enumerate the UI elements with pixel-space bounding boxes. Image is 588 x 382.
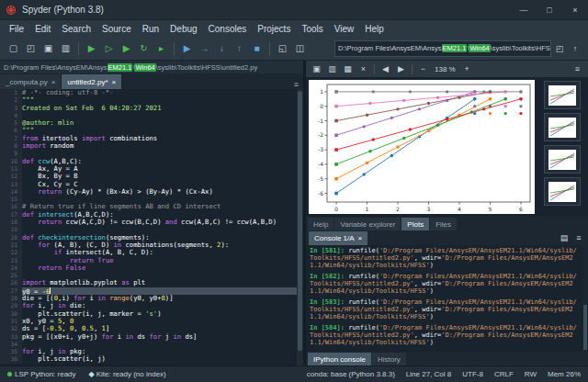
code-line-text: return False: [22, 264, 303, 272]
tab-plots[interactable]: Plots: [401, 218, 429, 230]
lsp-status-icon: [7, 372, 12, 376]
close-button[interactable]: ×: [562, 0, 588, 19]
menu-item-consoles[interactable]: Consoles: [203, 24, 253, 34]
plots-toolbar: ▣▥▦×◀▶− 138 % + ≡: [306, 61, 588, 77]
previous-plot-icon[interactable]: ◀: [379, 64, 392, 73]
code-line: 3Created on Sat Feb 6 04:20:27 2021: [0, 105, 303, 112]
editor-tab-label: untitled2.py*: [67, 78, 107, 86]
menu-item-projects[interactable]: Projects: [252, 24, 296, 34]
menu-item-source[interactable]: Source: [96, 24, 137, 34]
plots-menu-icon[interactable]: ≡: [571, 64, 584, 73]
console-output[interactable]: In [581]: runfile('D:/Program Files/Ansy…: [306, 245, 588, 352]
code-line-text: pkg = [(x0+i, y0+j) for i in ds for j in…: [22, 333, 303, 341]
editor-scrollbar[interactable]: [297, 89, 303, 365]
console-menu-icon[interactable]: ≡: [572, 233, 585, 242]
code-editor[interactable]: 1# -*- coding: utf-8 -*-2"""3Created on …: [0, 89, 303, 365]
menu-item-file[interactable]: File: [4, 24, 29, 34]
toolbar-separator: [269, 42, 270, 55]
plot-thumbnail[interactable]: [544, 81, 581, 109]
plot-thumbnail[interactable]: [544, 145, 581, 174]
line-number: 24: [0, 264, 22, 272]
plot-thumbnail[interactable]: [544, 177, 581, 206]
run-file-icon[interactable]: ▶: [84, 40, 99, 56]
parent-directory-icon[interactable]: ↑: [568, 44, 582, 53]
step-into-icon[interactable]: ↓: [214, 40, 230, 56]
plot-figure: 012345610-1-2-3-4-5-6: [309, 80, 535, 214]
line-number: 7: [0, 135, 22, 142]
run-cell-advance-icon[interactable]: ▶: [119, 40, 134, 56]
menu-item-view[interactable]: View: [329, 24, 360, 34]
run-cell-icon[interactable]: ▷: [101, 40, 117, 56]
console-prompt: In [584]:: [310, 324, 348, 331]
close-tab-icon[interactable]: ×: [112, 78, 117, 86]
menu-item-tools[interactable]: Tools: [296, 24, 328, 34]
remove-plot-icon[interactable]: ×: [356, 64, 370, 73]
tab-ipython-console[interactable]: IPython console: [308, 353, 371, 365]
step-return-icon[interactable]: ↑: [232, 40, 247, 56]
editor-tab-untitled2py[interactable]: untitled2.py*×: [62, 74, 122, 89]
toolbar: ▢◰▣▥▶▷▶↻▸▶→↓↑■◱◫ D:\Program Files\AnsysE…: [0, 37, 588, 61]
close-console-icon[interactable]: ×: [358, 234, 363, 242]
main-area: D:\Program Files\AnsysEM\AnsysEM21.1\Win…: [0, 61, 588, 365]
kite-status: ◆Kite: ready (no index): [89, 370, 166, 378]
save-icon[interactable]: ▣: [40, 40, 56, 56]
debug-file-icon[interactable]: ▶: [179, 40, 195, 56]
minimize-button[interactable]: —: [511, 0, 537, 19]
line-number: 9: [0, 150, 22, 157]
maximize-pane-icon[interactable]: ◱: [275, 40, 290, 56]
code-line-text: @author: mlin: [22, 119, 303, 127]
scrollbar-thumb[interactable]: [583, 305, 587, 350]
window-controls: — □ ×: [511, 0, 588, 19]
line-number: 1: [0, 89, 22, 96]
next-plot-icon[interactable]: ▶: [394, 64, 408, 73]
step-over-icon[interactable]: →: [197, 40, 212, 56]
stop-debug-icon[interactable]: ■: [249, 40, 265, 56]
console-tab[interactable]: Console 1/A ×: [309, 231, 368, 245]
save-all-icon[interactable]: ▥: [58, 40, 74, 56]
layout-icon[interactable]: ◫: [292, 40, 308, 56]
zoom-in-icon[interactable]: +: [460, 64, 474, 73]
code-line: 33pkg = [(x0+i, y0+j) for i in ds for j …: [0, 333, 303, 341]
working-directory-combobox[interactable]: D:\Program Files\AnsysEM\AnsysEM21.1\Win…: [334, 40, 551, 57]
line-number: 13: [0, 181, 22, 188]
menu-item-run[interactable]: Run: [137, 24, 164, 34]
line-number: 17: [0, 211, 22, 219]
console-scrollbar[interactable]: [582, 245, 588, 352]
open-file-icon[interactable]: ◰: [23, 40, 39, 56]
line-number: 14: [0, 188, 22, 196]
svg-text:-4: -4: [318, 161, 323, 167]
copy-plot-icon[interactable]: ▦: [341, 64, 355, 73]
menu-item-help[interactable]: Help: [359, 24, 390, 34]
maximize-button[interactable]: □: [537, 0, 562, 19]
line-number: 25: [0, 272, 22, 279]
path-segment-highlighted: Win64: [134, 63, 155, 72]
zoom-out-icon[interactable]: −: [416, 64, 430, 73]
tab-options-icon[interactable]: ≡: [289, 80, 303, 89]
save-all-plots-icon[interactable]: ▥: [325, 64, 339, 73]
console-input-block: In [581]: runfile('D:/Program Files/Ansy…: [310, 247, 579, 269]
tab-variable-explorer[interactable]: Variable explorer: [334, 218, 401, 230]
menu-item-search[interactable]: Search: [56, 24, 96, 34]
path-segment: D:\Program Files\AnsysEM\Ansys: [4, 63, 107, 72]
run-selection-icon[interactable]: ▸: [153, 40, 169, 56]
menu-item-debug[interactable]: Debug: [164, 24, 202, 34]
code-line: 5@author: mlin: [0, 119, 303, 127]
tab-files[interactable]: Files: [430, 218, 457, 230]
path-segment-highlighted: Win64: [469, 44, 490, 52]
editor-tab-computapy[interactable]: _computa.py×: [0, 74, 62, 89]
tab-help[interactable]: Help: [308, 218, 334, 230]
plot-thumbnails: [538, 80, 585, 214]
console-options-icon[interactable]: ▤: [558, 233, 571, 242]
working-directory-path: D:\Program Files\AnsysEM\AnsysEM21.1\Win…: [338, 44, 551, 52]
scrollbar-thumb[interactable]: [298, 91, 302, 351]
tab-history[interactable]: History: [372, 353, 406, 365]
rerun-cell-icon[interactable]: ↻: [136, 40, 152, 56]
menu-item-edit[interactable]: Edit: [29, 24, 56, 34]
new-file-icon[interactable]: ▢: [6, 40, 21, 56]
toolbar-separator: [412, 64, 413, 74]
save-plot-icon[interactable]: ▣: [310, 64, 323, 73]
close-tab-icon[interactable]: ×: [51, 78, 56, 86]
plot-thumbnail[interactable]: [544, 113, 581, 141]
code-line-text: # -*- coding: utf-8 -*-: [22, 89, 303, 96]
browse-directory-icon[interactable]: ◰: [552, 44, 567, 53]
